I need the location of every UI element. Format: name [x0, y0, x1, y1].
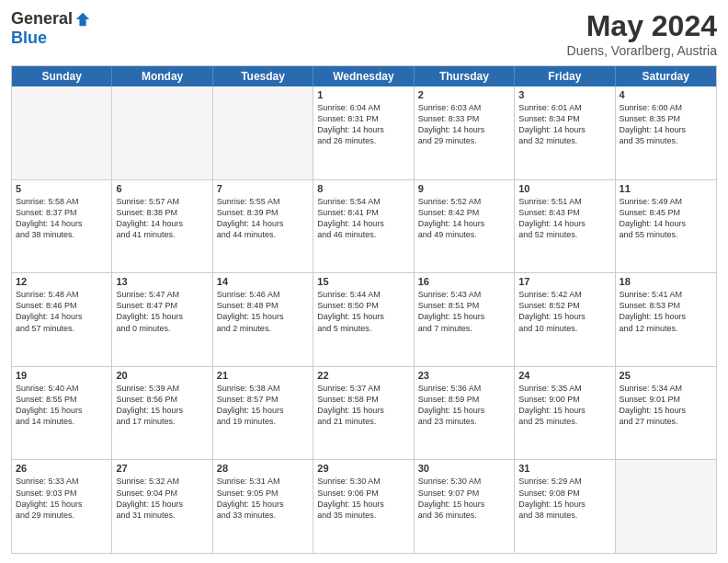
calendar-row-2: 12Sunrise: 5:48 AMSunset: 8:46 PMDayligh… [12, 273, 716, 367]
day-number: 13 [116, 276, 208, 287]
cell-info-line: Daylight: 15 hours [317, 499, 409, 510]
cell-info-line: Daylight: 15 hours [317, 405, 409, 416]
day-number: 24 [518, 370, 610, 381]
cell-info-line: Sunrise: 5:30 AM [317, 476, 409, 487]
cell-info-line: and 52 minutes. [518, 229, 610, 240]
calendar-cell: 29Sunrise: 5:30 AMSunset: 9:06 PMDayligh… [313, 460, 414, 553]
cell-info-line: Sunset: 8:57 PM [217, 394, 309, 405]
cell-info-line: and 31 minutes. [116, 510, 208, 521]
calendar-cell: 11Sunrise: 5:49 AMSunset: 8:45 PMDayligh… [616, 180, 716, 273]
month-year: May 2024 [567, 9, 717, 43]
calendar-cell: 2Sunrise: 6:03 AMSunset: 8:33 PMDaylight… [415, 86, 515, 179]
calendar-row-4: 26Sunrise: 5:33 AMSunset: 9:03 PMDayligh… [12, 460, 716, 553]
day-number: 1 [317, 89, 409, 100]
day-number: 21 [217, 370, 309, 381]
day-number: 22 [317, 370, 409, 381]
cell-info-line: Daylight: 14 hours [317, 124, 409, 135]
cell-info-line: Sunrise: 5:29 AM [518, 476, 610, 487]
calendar-cell: 8Sunrise: 5:54 AMSunset: 8:41 PMDaylight… [313, 180, 414, 273]
day-number: 4 [620, 89, 712, 100]
calendar-cell: 3Sunrise: 6:01 AMSunset: 8:34 PMDaylight… [515, 86, 615, 179]
calendar-cell: 19Sunrise: 5:40 AMSunset: 8:55 PMDayligh… [12, 367, 112, 460]
title-block: May 2024 Duens, Vorarlberg, Austria [567, 9, 717, 58]
cell-info-line: and 26 minutes. [317, 135, 409, 146]
cell-info-line: and 23 minutes. [418, 416, 510, 427]
cell-info-line: Sunset: 8:37 PM [16, 207, 108, 218]
cell-info-line: and 41 minutes. [116, 229, 208, 240]
day-of-week-sunday: Sunday [12, 66, 112, 86]
cell-info-line: Daylight: 15 hours [116, 405, 208, 416]
cell-info-line: Sunset: 8:35 PM [620, 113, 712, 124]
day-number: 6 [116, 183, 208, 194]
cell-info-line: Sunrise: 5:35 AM [518, 383, 610, 394]
day-of-week-thursday: Thursday [415, 66, 515, 86]
cell-info-line: and 33 minutes. [217, 510, 309, 521]
cell-info-line: Sunrise: 5:33 AM [16, 476, 108, 487]
cell-info-line: Sunrise: 5:39 AM [116, 383, 208, 394]
logo: General Blue [11, 9, 91, 48]
cell-info-line: Sunset: 8:43 PM [518, 207, 610, 218]
cell-info-line: Daylight: 14 hours [16, 311, 108, 322]
page: General Blue May 2024 Duens, Vorarlberg,… [0, 0, 728, 563]
cell-info-line: Sunset: 8:31 PM [317, 113, 409, 124]
cell-info-line: Daylight: 15 hours [418, 405, 510, 416]
cell-info-line: Daylight: 14 hours [518, 124, 610, 135]
day-of-week-saturday: Saturday [616, 66, 716, 86]
cell-info-line: Sunset: 9:05 PM [217, 488, 309, 499]
day-number: 9 [418, 183, 510, 194]
cell-info-line: and 35 minutes. [317, 510, 409, 521]
cell-info-line: and 49 minutes. [418, 229, 510, 240]
cell-info-line: and 57 minutes. [16, 323, 108, 334]
day-number: 17 [518, 276, 610, 287]
cell-info-line: Sunset: 8:39 PM [217, 207, 309, 218]
cell-info-line: Sunset: 8:45 PM [620, 207, 712, 218]
logo-text: General [11, 9, 91, 29]
cell-info-line: Daylight: 15 hours [418, 499, 510, 510]
cell-info-line: Daylight: 14 hours [16, 218, 108, 229]
cell-info-line: Sunset: 8:53 PM [620, 300, 712, 311]
calendar-cell: 14Sunrise: 5:46 AMSunset: 8:48 PMDayligh… [213, 273, 313, 366]
cell-info-line: and 17 minutes. [116, 416, 208, 427]
calendar-cell: 12Sunrise: 5:48 AMSunset: 8:46 PMDayligh… [12, 273, 112, 366]
cell-info-line: Sunrise: 5:52 AM [418, 196, 510, 207]
cell-info-line: Sunrise: 5:48 AM [16, 289, 108, 300]
cell-info-line: Sunset: 8:38 PM [116, 207, 208, 218]
cell-info-line: Sunset: 8:58 PM [317, 394, 409, 405]
cell-info-line: and 44 minutes. [217, 229, 309, 240]
day-number: 11 [620, 183, 712, 194]
calendar-cell: 4Sunrise: 6:00 AMSunset: 8:35 PMDaylight… [616, 86, 716, 179]
cell-info-line: Daylight: 15 hours [116, 311, 208, 322]
cell-info-line: Daylight: 15 hours [317, 311, 409, 322]
cell-info-line: Sunrise: 5:32 AM [116, 476, 208, 487]
cell-info-line: Sunrise: 5:38 AM [217, 383, 309, 394]
calendar-cell [616, 460, 716, 553]
day-number: 14 [217, 276, 309, 287]
cell-info-line: Sunset: 9:00 PM [518, 394, 610, 405]
cell-info-line: Sunrise: 5:36 AM [418, 383, 510, 394]
cell-info-line: Sunrise: 5:47 AM [116, 289, 208, 300]
day-number: 28 [217, 463, 309, 474]
cell-info-line: Daylight: 14 hours [116, 218, 208, 229]
cell-info-line: Sunset: 9:08 PM [518, 488, 610, 499]
day-number: 16 [418, 276, 510, 287]
cell-info-line: Sunset: 9:07 PM [418, 488, 510, 499]
logo-blue-text: Blue [11, 29, 47, 48]
cell-info-line: Sunset: 8:50 PM [317, 300, 409, 311]
cell-info-line: Sunrise: 5:40 AM [16, 383, 108, 394]
cell-info-line: and 14 minutes. [16, 416, 108, 427]
cell-info-line: Sunset: 8:56 PM [116, 394, 208, 405]
calendar-cell: 7Sunrise: 5:55 AMSunset: 8:39 PMDaylight… [213, 180, 313, 273]
cell-info-line: Daylight: 15 hours [16, 405, 108, 416]
day-of-week-wednesday: Wednesday [313, 66, 414, 86]
calendar-cell: 15Sunrise: 5:44 AMSunset: 8:50 PMDayligh… [313, 273, 414, 366]
cell-info-line: Sunrise: 5:31 AM [217, 476, 309, 487]
calendar-cell: 20Sunrise: 5:39 AMSunset: 8:56 PMDayligh… [112, 367, 212, 460]
cell-info-line: Sunset: 8:48 PM [217, 300, 309, 311]
cell-info-line: Sunrise: 6:03 AM [418, 102, 510, 113]
cell-info-line: and 29 minutes. [16, 510, 108, 521]
cell-info-line: Sunset: 8:59 PM [418, 394, 510, 405]
day-number: 23 [418, 370, 510, 381]
cell-info-line: Sunrise: 5:42 AM [518, 289, 610, 300]
cell-info-line: and 35 minutes. [620, 135, 712, 146]
cell-info-line: and 19 minutes. [217, 416, 309, 427]
